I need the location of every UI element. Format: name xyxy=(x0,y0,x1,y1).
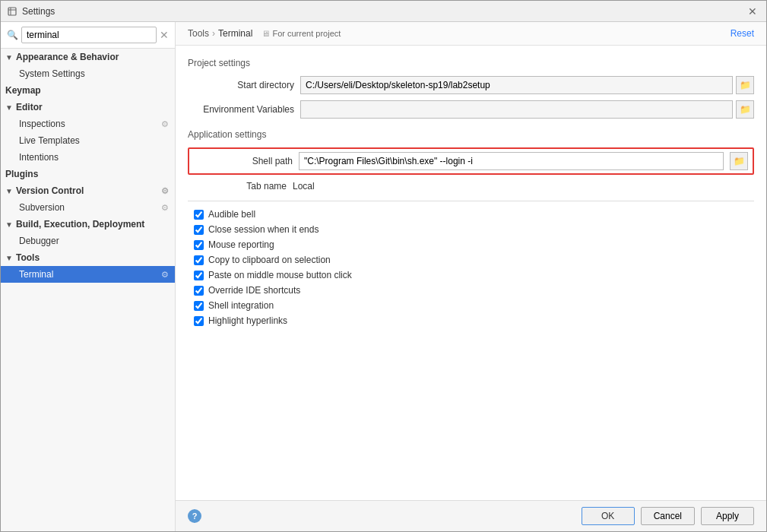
checkbox-row-paste-middle: Paste on middle mouse button click xyxy=(188,270,754,280)
search-clear-icon[interactable]: ✕ xyxy=(160,29,169,41)
checkbox-row-close-session: Close session when it ends xyxy=(188,224,754,235)
checkbox-close-session[interactable] xyxy=(194,225,204,235)
search-input[interactable] xyxy=(21,27,157,43)
expand-arrow: ▼ xyxy=(5,254,13,262)
checkbox-copy-clipboard[interactable] xyxy=(194,255,204,265)
sidebar-item-label: Plugins xyxy=(5,169,38,179)
sidebar-item-inspections[interactable]: Inspections ⚙ xyxy=(1,116,175,132)
env-variables-row: Environment Variables 📁 xyxy=(188,100,754,119)
sidebar-item-plugins[interactable]: Plugins xyxy=(1,166,175,182)
checkbox-label-mouse-reporting: Mouse reporting xyxy=(208,239,274,250)
expand-arrow: ▼ xyxy=(5,187,13,195)
checkbox-label-paste-middle: Paste on middle mouse button click xyxy=(208,270,352,280)
checkbox-label-close-session: Close session when it ends xyxy=(208,224,319,235)
env-variables-browse-button[interactable]: 📁 xyxy=(736,100,754,119)
sidebar-item-label: Intentions xyxy=(19,152,59,163)
apply-button[interactable]: Apply xyxy=(701,507,754,525)
checkbox-paste-middle[interactable] xyxy=(194,271,204,280)
ok-button[interactable]: OK xyxy=(582,507,635,525)
close-button[interactable]: ✕ xyxy=(745,4,760,19)
shell-path-label: Shell path xyxy=(194,156,293,166)
sidebar-item-live-templates[interactable]: Live Templates xyxy=(1,132,175,149)
checkbox-label-shell-integration: Shell integration xyxy=(208,300,274,311)
checkbox-label-highlight-hyperlinks: Highlight hyperlinks xyxy=(208,315,287,326)
search-icon: 🔍 xyxy=(7,30,18,40)
checkbox-row-copy-clipboard: Copy to clipboard on selection xyxy=(188,255,754,265)
sidebar-item-debugger[interactable]: Debugger xyxy=(1,233,175,249)
separator xyxy=(188,201,754,201)
folder-icon: 📁 xyxy=(734,156,745,166)
help-button[interactable]: ? xyxy=(188,509,201,523)
shell-path-input[interactable] xyxy=(299,152,724,170)
breadcrumb-current: Terminal xyxy=(218,28,252,39)
checkbox-shell-integration[interactable] xyxy=(194,301,204,311)
footer-left: ? xyxy=(188,509,201,523)
sidebar-item-version-control[interactable]: ▼ Version Control ⚙ xyxy=(1,182,175,199)
tab-name-row: Tab name Local xyxy=(188,181,754,192)
breadcrumb-separator: › xyxy=(212,28,215,39)
checkbox-label-copy-clipboard: Copy to clipboard on selection xyxy=(208,255,331,265)
checkbox-row-mouse-reporting: Mouse reporting xyxy=(188,239,754,250)
sidebar-item-label: Debugger xyxy=(19,236,59,246)
settings-window: Settings ✕ 🔍 ✕ ▼ Appearance & Behavior S… xyxy=(0,0,767,532)
start-directory-browse-button[interactable]: 📁 xyxy=(736,76,754,94)
cancel-button[interactable]: Cancel xyxy=(641,507,695,525)
checkbox-row-audible-bell: Audible bell xyxy=(188,209,754,220)
sidebar-item-label: Terminal xyxy=(19,269,53,280)
breadcrumb: Tools › Terminal xyxy=(188,28,252,39)
expand-arrow: ▼ xyxy=(5,53,13,62)
shell-path-browse-button[interactable]: 📁 xyxy=(730,152,748,170)
checkbox-row-highlight-hyperlinks: Highlight hyperlinks xyxy=(188,315,754,326)
sidebar-item-tools[interactable]: ▼ Tools xyxy=(1,249,175,266)
breadcrumb-parent: Tools xyxy=(188,28,209,39)
start-directory-input[interactable] xyxy=(300,76,733,94)
subversion-icon: ⚙ xyxy=(161,203,169,213)
checkboxes-container: Audible bellClose session when it endsMo… xyxy=(188,209,754,326)
start-directory-label: Start directory xyxy=(188,80,294,90)
sidebar-item-terminal[interactable]: Terminal ⚙ xyxy=(1,266,175,283)
sidebar: 🔍 ✕ ▼ Appearance & Behavior System Setti… xyxy=(1,22,176,531)
settings-icon xyxy=(7,6,17,17)
breadcrumb-bar: Tools › Terminal 🖥 For current project R… xyxy=(176,22,766,46)
env-variables-input[interactable] xyxy=(300,100,733,119)
sidebar-item-editor[interactable]: ▼ Editor xyxy=(1,99,175,116)
checkbox-override-ide[interactable] xyxy=(194,286,204,296)
sidebar-item-label: Tools xyxy=(16,252,40,263)
expand-arrow: ▼ xyxy=(5,220,13,229)
reset-button[interactable]: Reset xyxy=(731,28,754,39)
sidebar-item-label: Live Templates xyxy=(19,135,80,146)
sidebar-item-label: Build, Execution, Deployment xyxy=(16,219,144,230)
tab-name-label: Tab name xyxy=(188,181,287,192)
sidebar-item-label: Editor xyxy=(16,102,43,112)
svg-rect-0 xyxy=(8,8,16,15)
checkbox-audible-bell[interactable] xyxy=(194,210,204,220)
checkbox-label-audible-bell: Audible bell xyxy=(208,209,255,220)
start-directory-input-container: 📁 xyxy=(300,76,754,94)
content-area: 🔍 ✕ ▼ Appearance & Behavior System Setti… xyxy=(1,22,766,531)
sidebar-item-intentions[interactable]: Intentions xyxy=(1,149,175,166)
checkbox-highlight-hyperlinks[interactable] xyxy=(194,316,204,326)
vc-icon: ⚙ xyxy=(161,186,169,196)
tab-name-value: Local xyxy=(293,181,315,192)
start-directory-row: Start directory 📁 xyxy=(188,76,754,94)
terminal-settings-icon: ⚙ xyxy=(161,270,169,280)
window-title: Settings xyxy=(22,6,55,17)
main-panel: Tools › Terminal 🖥 For current project R… xyxy=(176,22,766,531)
env-variables-input-container: 📁 xyxy=(300,100,754,119)
title-bar: Settings ✕ xyxy=(1,1,766,22)
checkbox-label-override-ide: Override IDE shortcuts xyxy=(208,285,300,296)
sidebar-item-build-execution[interactable]: ▼ Build, Execution, Deployment xyxy=(1,216,175,233)
footer-buttons: OK Cancel Apply xyxy=(582,507,754,525)
sidebar-item-system-settings[interactable]: System Settings xyxy=(1,65,175,82)
sidebar-item-label: System Settings xyxy=(19,68,85,79)
checkbox-row-override-ide: Override IDE shortcuts xyxy=(188,285,754,296)
title-bar-left: Settings xyxy=(7,6,55,17)
footer: ? OK Cancel Apply xyxy=(176,500,766,531)
sidebar-item-label: Version Control xyxy=(16,185,84,196)
folder-icon: 📁 xyxy=(740,80,751,90)
checkbox-mouse-reporting[interactable] xyxy=(194,240,204,250)
folder-icon: 📁 xyxy=(740,104,751,115)
sidebar-item-keymap[interactable]: Keymap xyxy=(1,82,175,99)
sidebar-item-appearance-behavior[interactable]: ▼ Appearance & Behavior xyxy=(1,49,175,65)
sidebar-item-subversion[interactable]: Subversion ⚙ xyxy=(1,199,175,216)
